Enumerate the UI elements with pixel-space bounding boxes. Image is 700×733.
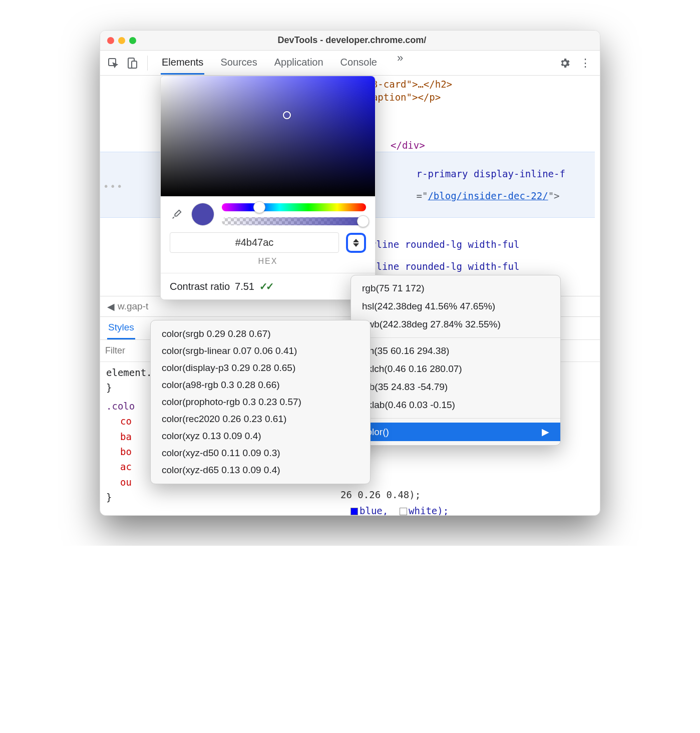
saturation-value-area[interactable]	[161, 76, 375, 196]
colorspace-option[interactable]: color(a98-rgb 0.3 0.28 0.66)	[151, 377, 370, 394]
device-toolbar-icon[interactable]	[125, 56, 139, 70]
collapsed-indicator-icon[interactable]: •••	[103, 181, 123, 192]
color-format-menu: rgb(75 71 172) hsl(242.38deg 41.56% 47.6…	[351, 275, 561, 446]
settings-gear-icon[interactable]	[558, 56, 572, 70]
format-option[interactable]: rgb(75 71 172)	[351, 279, 560, 297]
dom-fragment: </div>	[391, 140, 425, 151]
tab-application[interactable]: Application	[273, 52, 324, 75]
css-value-fragment: 26 0.26 0.48);	[340, 489, 421, 500]
colorspace-option[interactable]: color(display-p3 0.29 0.28 0.65)	[151, 359, 370, 377]
subtab-styles[interactable]: Styles	[107, 317, 135, 339]
hue-thumb[interactable]	[253, 201, 265, 213]
rule-selector[interactable]: .colo	[106, 401, 135, 412]
submenu-arrow-icon: ▶	[542, 426, 549, 438]
window-title: DevTools - developer.chrome.com/	[136, 35, 568, 46]
dom-fragment: rline rounded-lg width-ful	[371, 239, 519, 250]
color-format-label: HEX	[161, 255, 375, 273]
contrast-pass-icon: ✓✓	[259, 280, 272, 292]
css-value[interactable]: blue,	[360, 505, 388, 516]
css-property[interactable]: co	[120, 416, 132, 427]
css-property[interactable]: ou	[120, 477, 132, 488]
colorspace-option[interactable]: color(xyz-d50 0.11 0.09 0.3)	[151, 445, 370, 462]
breadcrumb-item[interactable]: w.gap-t	[118, 301, 148, 312]
format-option[interactable]: hsl(242.38deg 41.56% 47.65%)	[351, 297, 560, 315]
titlebar: DevTools - developer.chrome.com/	[100, 31, 600, 51]
current-color-swatch	[192, 203, 214, 225]
colorspace-option[interactable]: color(srgb 0.29 0.28 0.67)	[151, 325, 370, 342]
color-swatch-icon[interactable]	[400, 508, 407, 515]
format-option[interactable]: hwb(242.38deg 27.84% 32.55%)	[351, 315, 560, 333]
colorspace-option[interactable]: color(srgb-linear 0.07 0.06 0.41)	[151, 342, 370, 359]
colorspace-option[interactable]: color(rec2020 0.26 0.23 0.61)	[151, 411, 370, 428]
more-options-icon[interactable]: ⋮	[577, 57, 594, 70]
colorspace-option[interactable]: color(xyz 0.13 0.09 0.4)	[151, 428, 370, 445]
dom-selected-class: r-primary display-inline-f	[417, 168, 565, 179]
contrast-ratio-row[interactable]: Contrast ratio 7.51 ✓✓	[161, 273, 375, 299]
format-option[interactable]: oklch(0.46 0.16 280.07)	[351, 360, 560, 378]
css-value[interactable]: white);	[409, 505, 449, 516]
panel-tabs: Elements Sources Application Console »	[156, 52, 553, 75]
format-option-color-fn[interactable]: color() ▶	[351, 423, 560, 441]
breadcrumb-left-icon[interactable]: ◀	[104, 301, 118, 312]
minimize-window-button[interactable]	[118, 37, 125, 44]
colorspace-option[interactable]: color(prophoto-rgb 0.3 0.23 0.57)	[151, 394, 370, 411]
color-picker-popover: HEX Contrast ratio 7.51 ✓✓	[160, 76, 376, 300]
color-function-submenu: color(srgb 0.29 0.28 0.67) color(srgb-li…	[150, 320, 371, 484]
svg-rect-2	[132, 61, 137, 68]
colorspace-option[interactable]: color(xyz-d65 0.13 0.09 0.4)	[151, 462, 370, 479]
format-option[interactable]: oklab(0.46 0.03 -0.15)	[351, 396, 560, 414]
css-property[interactable]: ac	[120, 461, 132, 472]
close-window-button[interactable]	[107, 37, 114, 44]
css-property[interactable]: ba	[120, 431, 132, 442]
inspect-element-icon[interactable]	[106, 56, 120, 70]
contrast-label: Contrast ratio	[170, 281, 230, 292]
eyedropper-icon[interactable]	[170, 207, 184, 221]
sv-handle[interactable]	[283, 111, 291, 119]
contrast-value: 7.51	[235, 281, 254, 292]
hue-slider[interactable]	[222, 203, 366, 211]
dom-href-link[interactable]: /blog/insider-dec-22/	[428, 190, 548, 201]
tab-sources[interactable]: Sources	[219, 52, 258, 75]
color-swatch-icon[interactable]	[351, 508, 358, 515]
alpha-slider[interactable]	[222, 217, 366, 225]
traffic-lights	[107, 37, 136, 44]
devtools-window: DevTools - developer.chrome.com/ Element…	[100, 30, 600, 516]
more-tabs-icon[interactable]: »	[393, 52, 407, 75]
dom-fragment: nline rounded-lg width-ful	[371, 261, 519, 272]
format-option[interactable]: lch(35 60.16 294.38)	[351, 342, 560, 360]
alpha-thumb[interactable]	[357, 215, 369, 227]
tab-elements[interactable]: Elements	[161, 52, 204, 75]
hex-input[interactable]	[170, 232, 339, 253]
format-option[interactable]: lab(35 24.83 -54.79)	[351, 378, 560, 396]
tab-console[interactable]: Console	[339, 52, 378, 75]
color-format-toggle[interactable]	[346, 233, 366, 253]
devtools-toolbar: Elements Sources Application Console » ⋮	[100, 51, 600, 76]
zoom-window-button[interactable]	[129, 37, 136, 44]
css-property[interactable]: bo	[120, 446, 132, 457]
